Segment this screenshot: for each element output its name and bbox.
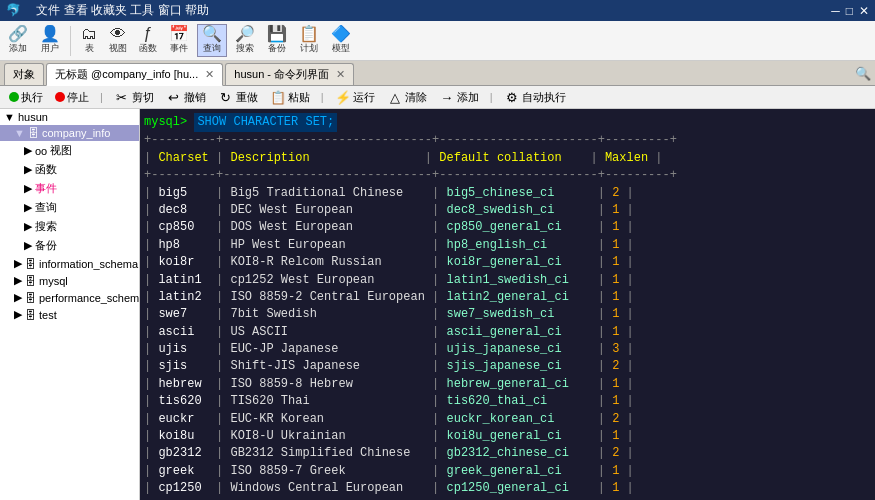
db-expand-icon: ▼	[14, 127, 25, 139]
event-button[interactable]: 📅 事件	[165, 25, 193, 56]
table-separator-header: +---------+-----------------------------…	[144, 167, 871, 184]
stop-button[interactable]: 停止	[52, 89, 92, 106]
tab-object[interactable]: 对象	[4, 63, 44, 85]
tab-actions: 🔍	[855, 66, 871, 81]
sidebar-tables[interactable]: ▶ oo 视图	[0, 141, 139, 160]
sidebar-test[interactable]: ▶ 🗄 test	[0, 306, 139, 323]
tab-console[interactable]: husun - 命令列界面 ✕	[225, 63, 354, 85]
separator-2: |	[98, 91, 105, 103]
run2-icon: ⚡	[335, 89, 351, 105]
table-row: | euckr | EUC-KR Korean | euckr_korean_c…	[144, 411, 871, 428]
qry-icon: ▶	[24, 220, 32, 233]
separator-1	[70, 26, 71, 56]
sidebar-events[interactable]: ▶ 查询	[0, 198, 139, 217]
redo-button[interactable]: ↻ 重做	[215, 88, 261, 106]
auto-icon: ⚙	[504, 89, 520, 105]
func-label: 事件	[35, 181, 57, 196]
table-button[interactable]: 🗂 表	[77, 25, 101, 56]
add-icon: 🔗	[8, 26, 28, 42]
mysql-icon: 🗄	[25, 275, 36, 287]
srch-icon: ▶	[24, 239, 32, 252]
sidebar-performance-schema[interactable]: ▶ 🗄 performance_schema	[0, 289, 139, 306]
content-area[interactable]: mysql> SHOW CHARACTER SET;+---------+---…	[140, 109, 875, 500]
user-icon: 👤	[40, 26, 60, 42]
table-row: | cp850 | DOS West European | cp850_gene…	[144, 219, 871, 236]
table-row: | latin2 | ISO 8859-2 Central European |…	[144, 289, 871, 306]
add-button[interactable]: 🔗 添加	[4, 25, 32, 56]
paste-button[interactable]: 📋 粘贴	[267, 88, 313, 106]
table-row: | cp1250 | Windows Central European | cp…	[144, 480, 871, 497]
secondary-toolbar: 执行 停止 | ✂ 剪切 ↩ 撤销 ↻ 重做 📋 粘贴 | ⚡ 运行 △ 清除 …	[0, 86, 875, 109]
tab-bar: 对象 无标题 @company_info [hu... ✕ husun - 命令…	[0, 61, 875, 86]
function-button[interactable]: ƒ 函数	[135, 25, 161, 56]
mysql-prompt-text: mysql>	[144, 114, 194, 131]
paste-icon: 📋	[270, 89, 286, 105]
table-row: | tis620 | TIS620 Thai | tis620_thai_ci …	[144, 393, 871, 410]
add-col-button[interactable]: → 添加	[436, 88, 482, 106]
minimize-icon[interactable]: ─	[831, 4, 840, 18]
search-button[interactable]: 🔎 搜索	[231, 25, 259, 56]
cut-icon: ✂	[114, 89, 130, 105]
run-btn[interactable]: ⚡ 运行	[332, 88, 378, 106]
close-icon[interactable]: ✕	[859, 4, 869, 18]
table-sidebar-icon: oo	[35, 145, 47, 157]
db-label: company_info	[42, 127, 111, 139]
sidebar: ▼ husun ▼ 🗄 company_info ▶ oo 视图 ▶ 函数 ▶ …	[0, 109, 140, 500]
table-row: | koi8u | KOI8-U Ukrainian | koi8u_gener…	[144, 428, 871, 445]
auto-exec-button[interactable]: ⚙ 自动执行	[501, 88, 569, 106]
backup-icon: 💾	[267, 26, 287, 42]
backup-button[interactable]: 💾 备份	[263, 25, 291, 56]
sidebar-queries[interactable]: ▶ 搜索	[0, 217, 139, 236]
db-icon: 🗄	[28, 127, 39, 139]
user-button[interactable]: 👤 用户	[36, 25, 64, 56]
table-row: | hp8 | HP West European | hp8_english_c…	[144, 237, 871, 254]
separator-3: |	[319, 91, 326, 103]
tab-query[interactable]: 无标题 @company_info [hu... ✕	[46, 63, 223, 86]
exec-button[interactable]: 执行	[6, 89, 46, 106]
tab-search-icon[interactable]: 🔍	[855, 66, 871, 81]
main-toolbar: 🔗 添加 👤 用户 🗂 表 👁 视图 ƒ 函数 📅 事件 🔍 查询 🔎 搜索 💾…	[0, 21, 875, 61]
tab-close-icon[interactable]: ✕	[205, 68, 214, 80]
table-header: | Charset | Description | Default collat…	[144, 150, 871, 167]
connection-label: husun	[18, 111, 48, 123]
cut-button[interactable]: ✂ 剪切	[111, 88, 157, 106]
model-button[interactable]: 🔷 模型	[327, 25, 355, 56]
table-row: | hebrew | ISO 8859-8 Hebrew | hebrew_ge…	[144, 376, 871, 393]
is-icon: 🗄	[25, 258, 36, 270]
table-row: | latin1 | cp1252 West European | latin1…	[144, 272, 871, 289]
tab-console-close-icon[interactable]: ✕	[336, 68, 345, 80]
table-row: | ascii | US ASCII | ascii_general_ci | …	[144, 324, 871, 341]
connection-icon: ▼	[4, 111, 15, 123]
title-bar: 🐬 文件 查看 收藏夹 工具 窗口 帮助 ─ □ ✕	[0, 0, 875, 21]
query-button[interactable]: 🔍 查询	[197, 24, 227, 57]
sidebar-search[interactable]: ▶ 备份	[0, 236, 139, 255]
table-row: | dec8 | DEC West European | dec8_swedis…	[144, 202, 871, 219]
view-button[interactable]: 👁 视图	[105, 25, 131, 56]
sidebar-company-info[interactable]: ▼ 🗄 company_info	[0, 125, 139, 141]
clear-icon: △	[387, 89, 403, 105]
maximize-icon[interactable]: □	[846, 4, 853, 18]
sidebar-functions[interactable]: ▶ 事件	[0, 179, 139, 198]
sidebar-information-schema[interactable]: ▶ 🗄 information_schema	[0, 255, 139, 272]
sidebar-connection[interactable]: ▼ husun	[0, 109, 139, 125]
is-expand-icon: ▶	[14, 257, 22, 270]
schedule-icon: 📋	[299, 26, 319, 42]
test-icon: 🗄	[25, 309, 36, 321]
sidebar-mysql[interactable]: ▶ 🗄 mysql	[0, 272, 139, 289]
table-row: | swe7 | 7bit Swedish | swe7_swedish_ci …	[144, 306, 871, 323]
redo-icon: ↻	[218, 89, 234, 105]
app-title: 🐬 文件 查看 收藏夹 工具 窗口 帮助	[6, 2, 209, 19]
prompt-line: mysql> SHOW CHARACTER SET;	[144, 113, 871, 132]
mysql-expand-icon: ▶	[14, 274, 22, 287]
table-row: | ujis | EUC-JP Japanese | ujis_japanese…	[144, 341, 871, 358]
model-icon: 🔷	[331, 26, 351, 42]
clear-button[interactable]: △ 清除	[384, 88, 430, 106]
main-layout: ▼ husun ▼ 🗄 company_info ▶ oo 视图 ▶ 函数 ▶ …	[0, 109, 875, 500]
search-icon: 🔎	[235, 26, 255, 42]
window-controls[interactable]: ─ □ ✕	[831, 4, 869, 18]
sidebar-views[interactable]: ▶ 函数	[0, 160, 139, 179]
undo-icon: ↩	[166, 89, 182, 105]
schedule-button[interactable]: 📋 计划	[295, 25, 323, 56]
undo-button[interactable]: ↩ 撤销	[163, 88, 209, 106]
func-icon: ▶	[24, 182, 32, 195]
